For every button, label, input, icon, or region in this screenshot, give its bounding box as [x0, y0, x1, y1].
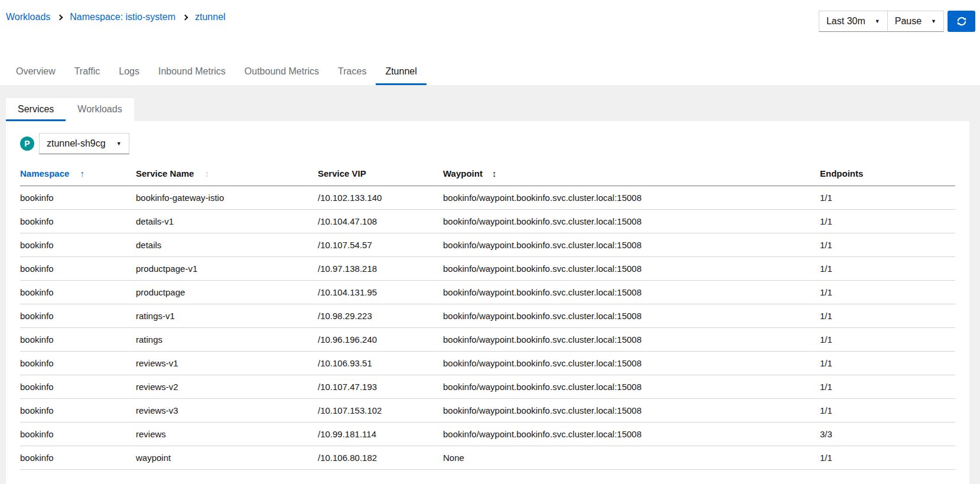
column-label: Service VIP [318, 168, 366, 178]
services-card: P ztunnel-sh9cg ▼ Namespace ↑ Service Na… [6, 121, 969, 484]
tab-logs[interactable]: Logs [109, 59, 149, 85]
cell-namespace: bookinfo [20, 304, 136, 328]
cell-endpoints: 3/3 [820, 423, 955, 446]
table-row: bookinfo reviews-v1 /10.106.93.51 bookin… [20, 352, 955, 375]
cell-waypoint: None [443, 446, 820, 470]
cell-service-name: reviews-v3 [136, 399, 318, 423]
refresh-icon [956, 16, 967, 27]
ztunnel-content: Services Workloads P ztunnel-sh9cg ▼ Nam… [0, 85, 980, 484]
table-row: bookinfo reviews /10.99.181.114 bookinfo… [20, 423, 955, 446]
sort-ascending-icon[interactable]: ↑ [80, 168, 85, 178]
caret-down-icon: ▼ [931, 19, 936, 24]
cell-endpoints: 1/1 [820, 186, 955, 210]
chevron-right-icon [57, 14, 63, 20]
column-label: Namespace [20, 168, 69, 178]
tab-traces[interactable]: Traces [328, 59, 376, 85]
breadcrumb-link-ztunnel[interactable]: ztunnel [195, 12, 226, 22]
cell-waypoint: bookinfo/waypoint.bookinfo.svc.cluster.l… [443, 375, 820, 399]
cell-service-vip: /10.97.138.218 [318, 257, 443, 281]
refresh-button[interactable] [948, 11, 975, 32]
cell-endpoints: 1/1 [820, 233, 955, 257]
cell-endpoints: 1/1 [820, 352, 955, 375]
cell-endpoints: 1/1 [820, 375, 955, 399]
subtab-services[interactable]: Services [6, 98, 66, 121]
sort-icon[interactable]: ↕ [205, 168, 210, 178]
table-row: bookinfo details /10.107.54.57 bookinfo/… [20, 233, 955, 257]
cell-namespace: bookinfo [20, 399, 136, 423]
tab-overview[interactable]: Overview [6, 59, 65, 85]
table-body: bookinfo bookinfo-gateway-istio /10.102.… [20, 186, 955, 470]
cell-service-vip: /10.106.93.51 [318, 352, 443, 375]
cell-service-vip: /10.107.47.193 [318, 375, 443, 399]
cell-service-name: details-v1 [136, 210, 318, 233]
chevron-right-icon [183, 14, 188, 20]
tab-ztunnel[interactable]: Ztunnel [376, 59, 426, 85]
refresh-interval-value: Pause [895, 16, 922, 27]
cell-service-vip: /10.98.29.223 [318, 304, 443, 328]
breadcrumb-link-namespace[interactable]: Namespace: istio-system [70, 12, 175, 22]
cell-waypoint: bookinfo/waypoint.bookinfo.svc.cluster.l… [443, 186, 820, 210]
tab-outbound-metrics[interactable]: Outbound Metrics [235, 59, 328, 85]
table-row: bookinfo details-v1 /10.104.47.108 booki… [20, 210, 955, 233]
cell-service-vip: /10.107.153.102 [318, 399, 443, 423]
cell-service-name: details [136, 233, 318, 257]
pod-badge: P [20, 137, 34, 151]
cell-namespace: bookinfo [20, 328, 136, 352]
cell-waypoint: bookinfo/waypoint.bookinfo.svc.cluster.l… [443, 210, 820, 233]
breadcrumb-link-workloads[interactable]: Workloads [6, 12, 50, 22]
cell-waypoint: bookinfo/waypoint.bookinfo.svc.cluster.l… [443, 304, 820, 328]
table-row: bookinfo waypoint /10.106.80.182 None 1/… [20, 446, 955, 470]
column-header-namespace[interactable]: Namespace ↑ [20, 164, 136, 186]
cell-namespace: bookinfo [20, 446, 136, 470]
time-range-value: Last 30m [826, 16, 865, 27]
subtab-workloads[interactable]: Workloads [66, 98, 134, 121]
cell-service-vip: /10.106.80.182 [318, 446, 443, 470]
time-range-dropdown[interactable]: Last 30m ▼ [819, 11, 888, 32]
cell-service-name: productpage [136, 281, 318, 304]
pod-dropdown[interactable]: ztunnel-sh9cg ▼ [39, 133, 129, 154]
page-header: Workloads Namespace: istio-system ztunne… [0, 0, 980, 85]
cell-namespace: bookinfo [20, 281, 136, 304]
cell-service-name: waypoint [136, 446, 318, 470]
ztunnel-subtabs: Services Workloads [6, 98, 134, 121]
cell-namespace: bookinfo [20, 423, 136, 446]
tab-inbound-metrics[interactable]: Inbound Metrics [149, 59, 235, 85]
refresh-interval-dropdown[interactable]: Pause ▼ [887, 11, 944, 32]
cell-namespace: bookinfo [20, 375, 136, 399]
cell-waypoint: bookinfo/waypoint.bookinfo.svc.cluster.l… [443, 328, 820, 352]
cell-service-vip: /10.99.181.114 [318, 423, 443, 446]
cell-service-name: reviews-v1 [136, 352, 318, 375]
table-row: bookinfo ratings /10.96.196.240 bookinfo… [20, 328, 955, 352]
cell-endpoints: 1/1 [820, 446, 955, 470]
cell-service-name: reviews [136, 423, 318, 446]
cell-namespace: bookinfo [20, 210, 136, 233]
cell-service-vip: /10.102.133.140 [318, 186, 443, 210]
cell-service-vip: /10.104.47.108 [318, 210, 443, 233]
caret-down-icon: ▼ [116, 141, 122, 147]
cell-namespace: bookinfo [20, 186, 136, 210]
cell-service-name: ratings [136, 328, 318, 352]
table-row: bookinfo bookinfo-gateway-istio /10.102.… [20, 186, 955, 210]
cell-service-name: ratings-v1 [136, 304, 318, 328]
cell-waypoint: bookinfo/waypoint.bookinfo.svc.cluster.l… [443, 399, 820, 423]
ztunnel-services-table: Namespace ↑ Service Name ↕ Service VIP W… [20, 164, 955, 470]
tab-traffic[interactable]: Traffic [65, 59, 110, 85]
cell-service-vip: /10.107.54.57 [318, 233, 443, 257]
breadcrumb: Workloads Namespace: istio-system ztunne… [6, 11, 226, 22]
toolbar: Last 30m ▼ Pause ▼ [819, 11, 975, 32]
cell-endpoints: 1/1 [820, 328, 955, 352]
cell-service-name: bookinfo-gateway-istio [136, 186, 318, 210]
cell-service-vip: /10.104.131.95 [318, 281, 443, 304]
cell-namespace: bookinfo [20, 352, 136, 375]
cell-waypoint: bookinfo/waypoint.bookinfo.svc.cluster.l… [443, 233, 820, 257]
column-header-endpoints: Endpoints [820, 164, 955, 186]
column-label: Waypoint [443, 168, 483, 178]
column-header-waypoint[interactable]: Waypoint ↕ [443, 164, 820, 186]
column-header-service-name[interactable]: Service Name ↕ [136, 164, 318, 186]
workload-tabs: Overview Traffic Logs Inbound Metrics Ou… [0, 59, 980, 85]
cell-service-name: reviews-v2 [136, 375, 318, 399]
sort-icon[interactable]: ↕ [492, 168, 497, 178]
cell-waypoint: bookinfo/waypoint.bookinfo.svc.cluster.l… [443, 281, 820, 304]
cell-namespace: bookinfo [20, 257, 136, 281]
cell-endpoints: 1/1 [820, 399, 955, 423]
